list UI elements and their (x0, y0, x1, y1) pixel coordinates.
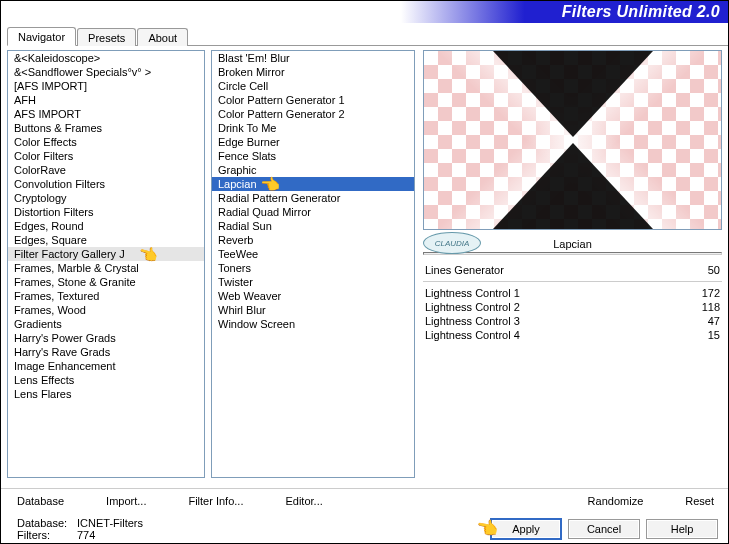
filter-item[interactable]: Whirl Blur (212, 303, 414, 317)
param-value: 118 (684, 301, 720, 313)
category-item[interactable]: Color Effects (8, 135, 204, 149)
category-item[interactable]: Filter Factory Gallery J👈 (8, 247, 204, 261)
category-item[interactable]: Frames, Stone & Granite (8, 275, 204, 289)
tab-about[interactable]: About (137, 28, 188, 46)
tab-navigator[interactable]: Navigator (7, 27, 76, 46)
param-row[interactable]: Lightness Control 1172 (423, 286, 722, 300)
filter-item[interactable]: Lapcian👈 (212, 177, 414, 191)
param-row[interactable]: Lightness Control 2118 (423, 300, 722, 314)
filter-item[interactable]: Color Pattern Generator 2 (212, 107, 414, 121)
db-label: Database: (17, 517, 77, 529)
parameter-block: Lines Generator50Lightness Control 1172L… (423, 263, 722, 342)
filter-item[interactable]: Twister (212, 275, 414, 289)
category-item[interactable]: &<Kaleidoscope> (8, 51, 204, 65)
category-item[interactable]: ColorRave (8, 163, 204, 177)
param-label: Lightness Control 1 (425, 287, 520, 299)
filter-item[interactable]: Toners (212, 261, 414, 275)
cancel-button[interactable]: Cancel (568, 519, 640, 539)
param-value: 47 (684, 315, 720, 327)
category-item[interactable]: Frames, Textured (8, 289, 204, 303)
tab-strip: Navigator Presets About (7, 25, 728, 46)
filter-info-button[interactable]: Filter Info... (188, 495, 243, 507)
category-item[interactable]: Convolution Filters (8, 177, 204, 191)
main-content: &<Kaleidoscope>&<Sandflower Specials°v° … (1, 46, 728, 488)
preview-image (423, 50, 722, 230)
reset-button[interactable]: Reset (685, 495, 714, 507)
filter-item[interactable]: Circle Cell (212, 79, 414, 93)
tab-presets[interactable]: Presets (77, 28, 136, 46)
filter-item[interactable]: Edge Burner (212, 135, 414, 149)
filter-item[interactable]: Broken Mirror (212, 65, 414, 79)
right-pane: CLAUDIA Lapcian Lines Generator50Lightne… (423, 50, 722, 488)
import-button[interactable]: Import... (106, 495, 146, 507)
category-item[interactable]: Harry's Power Grads (8, 331, 204, 345)
param-label: Lines Generator (425, 264, 504, 276)
param-row[interactable]: Lightness Control 415 (423, 328, 722, 342)
category-item[interactable]: Distortion Filters (8, 205, 204, 219)
category-item[interactable]: Lens Flares (8, 387, 204, 401)
category-item[interactable]: &<Sandflower Specials°v° > (8, 65, 204, 79)
filter-item[interactable]: Drink To Me (212, 121, 414, 135)
app-title: Filters Unlimited 2.0 (562, 3, 720, 21)
title-bar: Filters Unlimited 2.0 (1, 1, 728, 23)
param-label: Lightness Control 3 (425, 315, 520, 327)
filter-item[interactable]: Radial Sun (212, 219, 414, 233)
param-label: Lightness Control 2 (425, 301, 520, 313)
category-item[interactable]: Buttons & Frames (8, 121, 204, 135)
category-item[interactable]: Gradients (8, 317, 204, 331)
param-value: 172 (684, 287, 720, 299)
category-item[interactable]: AFS IMPORT (8, 107, 204, 121)
filters-label: Filters: (17, 529, 77, 541)
filter-item[interactable]: Color Pattern Generator 1 (212, 93, 414, 107)
filter-item[interactable]: Blast 'Em! Blur (212, 51, 414, 65)
filter-item[interactable]: Fence Slats (212, 149, 414, 163)
filter-name: Lapcian (553, 238, 592, 250)
param-label: Lightness Control 4 (425, 329, 520, 341)
category-item[interactable]: Image Enhancement (8, 359, 204, 373)
category-item[interactable]: Edges, Square (8, 233, 204, 247)
divider (423, 252, 722, 255)
footer: Database:ICNET-Filters Filters:774 Apply… (1, 509, 728, 544)
randomize-button[interactable]: Randomize (588, 495, 644, 507)
category-item[interactable]: Lens Effects (8, 373, 204, 387)
toolbar: Database Import... Filter Info... Editor… (1, 488, 728, 509)
filter-item[interactable]: Radial Pattern Generator (212, 191, 414, 205)
filter-item[interactable]: Reverb (212, 233, 414, 247)
category-item[interactable]: Frames, Marble & Crystal (8, 261, 204, 275)
param-value: 50 (684, 264, 720, 276)
param-value: 15 (684, 329, 720, 341)
param-row[interactable]: Lightness Control 347 (423, 314, 722, 328)
help-button[interactable]: Help (646, 519, 718, 539)
filter-item[interactable]: TeeWee (212, 247, 414, 261)
category-item[interactable]: Cryptology (8, 191, 204, 205)
claudia-stamp: CLAUDIA (423, 232, 481, 254)
footer-meta: Database:ICNET-Filters Filters:774 (17, 517, 143, 541)
filter-item[interactable]: Web Weaver (212, 289, 414, 303)
filter-item[interactable]: Radial Quad Mirror (212, 205, 414, 219)
filter-list[interactable]: Blast 'Em! BlurBroken MirrorCircle CellC… (211, 50, 415, 478)
filter-name-header: CLAUDIA Lapcian (423, 238, 722, 250)
filters-count: 774 (77, 529, 95, 541)
category-item[interactable]: Frames, Wood (8, 303, 204, 317)
category-item[interactable]: Edges, Round (8, 219, 204, 233)
apply-button[interactable]: Apply (490, 518, 562, 540)
divider (423, 281, 722, 282)
filter-item[interactable]: Graphic (212, 163, 414, 177)
category-list[interactable]: &<Kaleidoscope>&<Sandflower Specials°v° … (7, 50, 205, 478)
database-button[interactable]: Database (17, 495, 64, 507)
category-item[interactable]: Color Filters (8, 149, 204, 163)
category-item[interactable]: [AFS IMPORT] (8, 79, 204, 93)
category-item[interactable]: AFH (8, 93, 204, 107)
db-value: ICNET-Filters (77, 517, 143, 529)
filter-item[interactable]: Window Screen (212, 317, 414, 331)
param-row[interactable]: Lines Generator50 (423, 263, 722, 277)
category-item[interactable]: Harry's Rave Grads (8, 345, 204, 359)
editor-button[interactable]: Editor... (285, 495, 322, 507)
